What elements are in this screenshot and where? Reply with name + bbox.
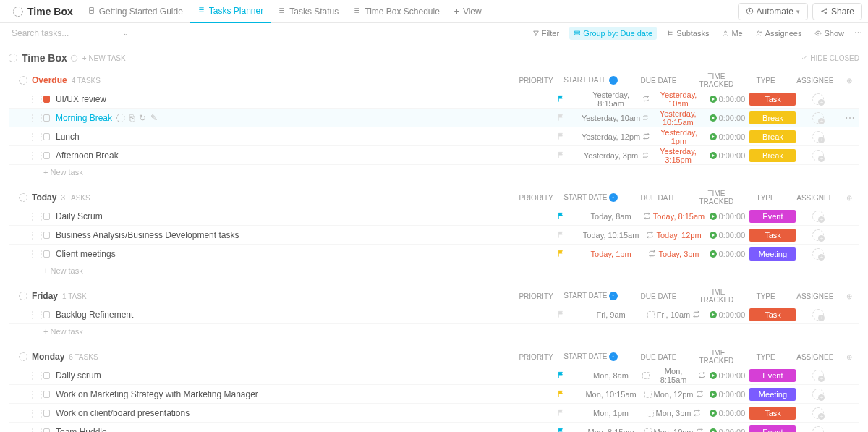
type-cell[interactable]: Meeting: [749, 388, 796, 401]
task-name[interactable]: Work on client/board presentations: [50, 408, 542, 418]
col-assignee[interactable]: ASSIGNEE: [791, 194, 839, 202]
task-row[interactable]: ⋮⋮ Team Huddle Mon, 8:15pm Mon, 10pm 0:0…: [9, 423, 859, 432]
due-date-cell[interactable]: Yesterday, 10am: [642, 90, 705, 108]
subtask-icon[interactable]: ⎘: [129, 113, 135, 123]
task-name[interactable]: Daily scrum: [50, 370, 542, 381]
col-time-tracked[interactable]: TIME TRACKED: [692, 349, 740, 365]
assignee-cell[interactable]: [796, 229, 841, 241]
play-icon[interactable]: [710, 372, 717, 379]
status-checkbox[interactable]: [43, 311, 50, 318]
start-date-cell[interactable]: Mon, 8:15pm: [579, 428, 642, 433]
type-cell[interactable]: Task: [749, 407, 796, 420]
assignee-cell[interactable]: [796, 389, 841, 400]
task-row[interactable]: ⋮⋮ Client meetings Today, 1pm Today, 3pm…: [9, 245, 859, 263]
priority-cell[interactable]: [542, 151, 579, 159]
assignee-cell[interactable]: [796, 131, 841, 143]
play-icon[interactable]: [710, 96, 717, 103]
start-date-cell[interactable]: Yesterday, 10am: [579, 114, 642, 122]
due-date-cell[interactable]: Today, 12pm: [642, 231, 705, 240]
col-priority[interactable]: PRIORITY: [516, 194, 556, 202]
type-cell[interactable]: Task: [749, 308, 796, 321]
add-column-icon[interactable]: ⊕: [839, 292, 859, 300]
new-task-button[interactable]: + New task: [9, 263, 859, 278]
task-name[interactable]: Work on Marketing Strategy with Marketin…: [50, 389, 542, 399]
drag-handle-icon[interactable]: ⋮⋮: [30, 427, 43, 433]
me-button[interactable]: Me: [719, 27, 745, 39]
drag-handle-icon[interactable]: ⋮⋮: [30, 151, 43, 161]
col-type[interactable]: TYPE: [740, 77, 791, 85]
play-icon[interactable]: [710, 428, 717, 433]
status-checkbox[interactable]: [43, 96, 50, 103]
start-date-cell[interactable]: Yesterday, 12pm: [579, 132, 642, 141]
hide-closed-button[interactable]: HIDE CLOSED: [801, 54, 859, 62]
drag-handle-icon[interactable]: ⋮⋮: [30, 370, 43, 381]
play-icon[interactable]: [710, 311, 717, 318]
task-row[interactable]: ⋮⋮ Daily scrum Mon, 8am Mon, 8:15am 0:00…: [9, 366, 859, 385]
group-title[interactable]: Overdue: [32, 75, 67, 85]
list-name[interactable]: Time Box: [22, 52, 78, 64]
assignee-cell[interactable]: [796, 112, 841, 124]
start-date-cell[interactable]: Yesterday, 8:15am: [579, 90, 642, 108]
assignee-cell[interactable]: [796, 426, 841, 433]
task-name[interactable]: Afternoon Break: [50, 151, 542, 161]
add-column-icon[interactable]: ⊕: [839, 77, 859, 85]
group-title[interactable]: Friday: [32, 291, 58, 301]
time-tracked-cell[interactable]: 0:00:00: [705, 151, 749, 160]
col-priority[interactable]: PRIORITY: [516, 353, 556, 361]
play-icon[interactable]: [710, 213, 717, 220]
time-tracked-cell[interactable]: 0:00:00: [705, 371, 749, 380]
more-icon[interactable]: ⋯: [854, 28, 862, 38]
col-start-date[interactable]: START DATE↑: [556, 76, 624, 85]
col-time-tracked[interactable]: TIME TRACKED: [692, 190, 740, 206]
link-icon[interactable]: ↻: [139, 113, 146, 123]
search-chevron-icon[interactable]: ⌄: [123, 30, 129, 37]
start-date-cell[interactable]: Today, 8am: [579, 212, 642, 221]
tab-time-box-schedule[interactable]: Time Box Schedule: [346, 0, 447, 23]
time-tracked-cell[interactable]: 0:00:00: [705, 390, 749, 399]
priority-cell[interactable]: [542, 231, 579, 239]
col-type[interactable]: TYPE: [740, 292, 791, 300]
task-name[interactable]: Client meetings: [50, 249, 542, 259]
task-row[interactable]: ⋮⋮ Lunch Yesterday, 12pm Yesterday, 1pm …: [9, 127, 859, 146]
col-assignee[interactable]: ASSIGNEE: [791, 353, 839, 361]
col-assignee[interactable]: ASSIGNEE: [791, 77, 839, 85]
due-date-cell[interactable]: Yesterday, 1pm: [642, 128, 705, 145]
drag-handle-icon[interactable]: ⋮⋮: [30, 408, 43, 418]
type-cell[interactable]: Break: [749, 149, 796, 162]
time-tracked-cell[interactable]: 0:00:00: [705, 114, 749, 122]
group-collapse-icon[interactable]: [19, 292, 27, 300]
space-title[interactable]: Time Box: [6, 6, 80, 17]
assignees-button[interactable]: Assignees: [753, 27, 805, 39]
play-icon[interactable]: [710, 133, 717, 140]
drag-handle-icon[interactable]: ⋮⋮: [30, 211, 43, 221]
drag-handle-icon[interactable]: ⋮⋮: [30, 310, 43, 320]
tab-view[interactable]: +View: [447, 0, 489, 23]
edit-icon[interactable]: ✎: [150, 113, 158, 123]
col-assignee[interactable]: ASSIGNEE: [791, 292, 839, 300]
assignee-cell[interactable]: [796, 93, 841, 105]
tab-tasks-status[interactable]: Tasks Status: [271, 0, 346, 23]
start-date-cell[interactable]: Today, 10:15am: [579, 231, 642, 240]
start-date-cell[interactable]: Mon, 8am: [579, 371, 642, 380]
status-checkbox[interactable]: [43, 372, 50, 379]
status-checkbox[interactable]: [43, 250, 50, 258]
task-row[interactable]: ⋮⋮ Backlog Refinement Fri, 9am Fri, 10am…: [9, 305, 859, 324]
automate-button[interactable]: Automate ▾: [738, 3, 808, 20]
col-start-date[interactable]: START DATE↑: [556, 292, 624, 300]
group-title[interactable]: Monday: [32, 352, 64, 362]
status-checkbox[interactable]: [43, 152, 50, 159]
start-date-cell[interactable]: Yesterday, 3pm: [579, 151, 642, 160]
priority-cell[interactable]: [542, 310, 579, 318]
col-time-tracked[interactable]: TIME TRACKED: [692, 288, 740, 304]
type-cell[interactable]: Meeting: [749, 247, 796, 261]
task-row[interactable]: ⋮⋮ Daily Scrum Today, 8am Today, 8:15am …: [9, 207, 859, 226]
time-tracked-cell[interactable]: 0:00:00: [705, 231, 749, 240]
status-checkbox[interactable]: [43, 114, 50, 122]
due-date-cell[interactable]: Today, 3pm: [642, 250, 705, 258]
time-tracked-cell[interactable]: 0:00:00: [705, 250, 749, 258]
col-due-date[interactable]: DUE DATE: [624, 194, 692, 202]
new-task-button[interactable]: + New task: [9, 165, 859, 179]
status-checkbox[interactable]: [43, 133, 50, 140]
drag-handle-icon[interactable]: ⋮⋮: [30, 132, 43, 142]
group-by-button[interactable]: Group by: Due date: [569, 27, 657, 40]
